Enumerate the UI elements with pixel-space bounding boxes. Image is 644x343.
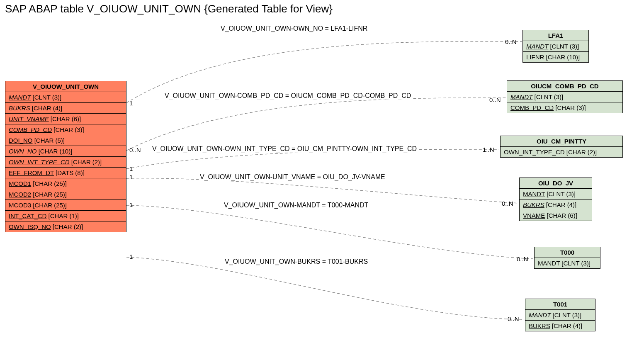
card-right-r6: 0..N (508, 315, 519, 322)
entity-lfa1: LFA1 MANDT [CLNT (3)]LIFNR [CHAR (10)] (522, 30, 589, 63)
card-right-r3: 1..N (483, 146, 494, 153)
field-type: [CHAR (6)] (49, 115, 81, 122)
entity-main-field: MCOD1 [CHAR (25)] (5, 178, 126, 189)
entity-main-field: MCOD2 [CHAR (25)] (5, 189, 126, 200)
field-type: [CHAR (3)] (52, 126, 84, 133)
rel-label-dojv: V_OIUOW_UNIT_OWN-UNIT_VNAME = OIU_DO_JV-… (199, 173, 386, 181)
entity-main-field: MCOD3 [CHAR (25)] (5, 200, 126, 211)
field-type: [CHAR (25)] (31, 180, 67, 187)
field-type: [CHAR (25)] (31, 202, 67, 209)
field-name: BUKRS (9, 105, 30, 112)
entity-main-field: BUKRS [CHAR (4)] (5, 103, 126, 114)
page-title: SAP ABAP table V_OIUOW_UNIT_OWN {Generat… (5, 2, 333, 15)
field-type: [CLNT (3)] (560, 260, 591, 267)
field-name: BUKRS (523, 201, 544, 208)
entity-lfa1-field: MANDT [CLNT (3)] (523, 41, 588, 52)
field-type: [CHAR (4)] (30, 105, 63, 112)
entity-lfa1-field: LIFNR [CHAR (10)] (523, 52, 588, 62)
field-type: [CLNT (3)] (545, 190, 576, 197)
card-right-r2: 0..N (489, 96, 501, 103)
field-name: OWN_INT_TYPE_CD (504, 148, 565, 156)
field-name: MCOD1 (9, 180, 31, 187)
field-type: [CHAR (25)] (31, 191, 67, 198)
field-name: MANDT (523, 190, 545, 197)
entity-dojv: OIU_DO_JV MANDT [CLNT (3)]BUKRS [CHAR (4… (519, 178, 592, 221)
field-name: MCOD2 (9, 191, 31, 198)
entity-pintty-field: OWN_INT_TYPE_CD [CHAR (2)] (501, 147, 622, 157)
field-name: MANDT (526, 43, 548, 50)
card-right-dojv: 0..N (502, 200, 513, 207)
field-name: OWN_NO (9, 148, 37, 155)
field-name: MANDT (9, 94, 31, 101)
entity-oiucm-header: OIUCM_COMB_PD_CD (507, 81, 622, 92)
entity-main-field: INT_CAT_CD [CHAR (1)] (5, 211, 126, 221)
rel-label-t000: V_OIUOW_UNIT_OWN-MANDT = T000-MANDT (223, 202, 369, 209)
entity-t001-header: T001 (525, 299, 595, 310)
entity-t001-field: MANDT [CLNT (3)] (525, 310, 595, 321)
rel-label-t001: V_OIUOW_UNIT_OWN-BUKRS = T001-BUKRS (224, 258, 369, 265)
field-type: [CHAR (1)] (46, 212, 79, 219)
card-right-r5: 0..N (517, 255, 528, 263)
field-type: [CLNT (3)] (31, 94, 61, 101)
entity-t000: T000 MANDT [CLNT (3)] (534, 247, 600, 269)
field-type: [CHAR (2)] (51, 223, 83, 230)
field-name: COMB_PD_CD (510, 104, 554, 111)
entity-dojv-field: BUKRS [CHAR (4)] (520, 199, 592, 210)
entity-dojv-field: MANDT [CLNT (3)] (520, 189, 592, 199)
field-type: [CHAR (4)] (544, 201, 577, 208)
field-name: MANDT (529, 311, 551, 319)
card-left-r4: 1 (129, 165, 133, 172)
card-left-extra: 1 (129, 173, 133, 180)
field-name: COMB_PD_CD (9, 126, 52, 133)
field-name: MANDT (510, 93, 532, 100)
entity-dojv-field: VNAME [CHAR (6)] (520, 210, 592, 221)
card-left-r1: 1 (129, 100, 133, 107)
field-type: [CLNT (3)] (551, 311, 581, 319)
field-type: [CHAR (5)] (33, 137, 65, 144)
entity-t001: T001 MANDT [CLNT (3)]BUKRS [CHAR (4)] (525, 299, 595, 331)
connector-t000 (126, 205, 533, 259)
entity-main: V_OIUOW_UNIT_OWN MANDT [CLNT (3)]BUKRS [… (5, 81, 126, 232)
field-type: [CHAR (2)] (565, 148, 597, 156)
entity-main-header: V_OIUOW_UNIT_OWN (5, 81, 126, 92)
entity-oiucm: OIUCM_COMB_PD_CD MANDT [CLNT (3)]COMB_PD… (507, 80, 623, 113)
entity-lfa1-header: LFA1 (523, 30, 588, 41)
field-name: VNAME (523, 212, 545, 219)
connector-dojv (126, 178, 518, 203)
field-name: BUKRS (529, 322, 550, 329)
field-type: [CHAR (10)] (544, 54, 580, 61)
rel-label-oiucm: V_OIUOW_UNIT_OWN-COMB_PD_CD = OIUCM_COMB… (164, 92, 412, 100)
connector-oiucm (126, 98, 506, 151)
entity-main-field: UNIT_VNAME [CHAR (6)] (5, 114, 126, 124)
entity-dojv-header: OIU_DO_JV (520, 178, 592, 189)
field-type: [CHAR (6)] (545, 212, 577, 219)
field-name: MANDT (538, 260, 560, 267)
field-type: [CHAR (10)] (37, 148, 73, 155)
entity-pintty: OIU_CM_PINTTY OWN_INT_TYPE_CD [CHAR (2)] (500, 136, 623, 158)
entity-t000-header: T000 (535, 247, 600, 258)
rel-label-lfa1: V_OIUOW_UNIT_OWN-OWN_NO = LFA1-LIFNR (220, 25, 368, 32)
field-type: [DATS (8)] (54, 169, 85, 176)
entity-main-field: OWN_INT_TYPE_CD [CHAR (2)] (5, 157, 126, 168)
card-left-r6: 1 (129, 253, 133, 260)
entity-main-field: OWN_NO [CHAR (10)] (5, 146, 126, 157)
entity-pintty-header: OIU_CM_PINTTY (501, 136, 622, 147)
field-name: MCOD3 (9, 202, 31, 209)
field-name: OWN_INT_TYPE_CD (9, 158, 70, 165)
card-left-r5: 1 (129, 201, 133, 208)
field-type: [CHAR (4)] (550, 322, 583, 329)
field-name: INT_CAT_CD (9, 212, 46, 219)
entity-main-field: OWN_ISQ_NO [CHAR (2)] (5, 221, 126, 232)
entity-oiucm-field: COMB_PD_CD [CHAR (3)] (507, 102, 622, 113)
field-type: [CHAR (2)] (70, 158, 102, 165)
field-name: EFF_FROM_DT (9, 169, 54, 176)
entity-oiucm-field: MANDT [CLNT (3)] (507, 92, 622, 102)
entity-main-field: COMB_PD_CD [CHAR (3)] (5, 124, 126, 135)
rel-label-pintty: V_OIUOW_UNIT_OWN-OWN_INT_TYPE_CD = OIU_C… (151, 145, 418, 153)
field-name: DOI_NO (9, 137, 33, 144)
field-type: [CHAR (3)] (554, 104, 586, 111)
card-left-r3: 0..N (129, 146, 141, 153)
entity-main-field: DOI_NO [CHAR (5)] (5, 135, 126, 146)
field-name: OWN_ISQ_NO (9, 223, 51, 230)
field-name: LIFNR (526, 54, 544, 61)
